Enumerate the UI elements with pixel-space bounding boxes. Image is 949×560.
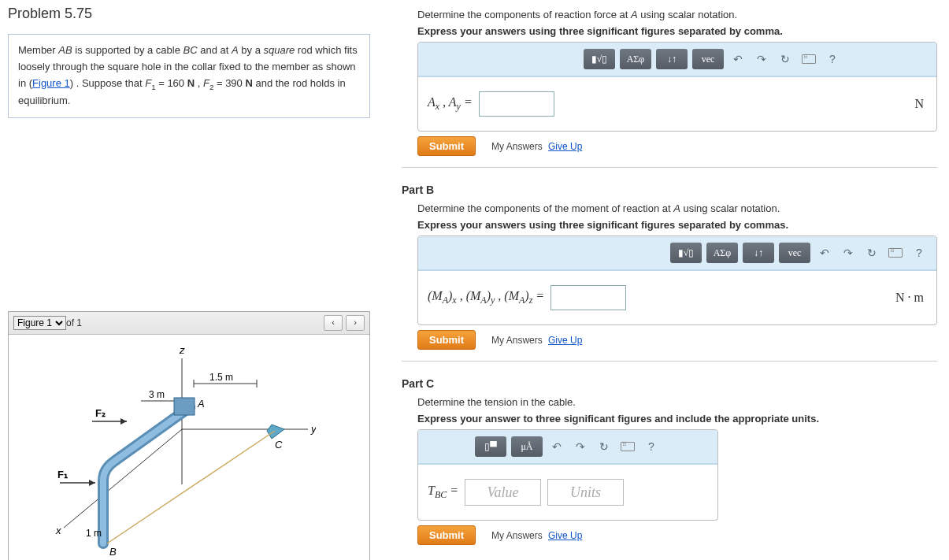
figure-body: z y x 1.5 m 3 m A C bbox=[9, 335, 369, 560]
svg-line-2 bbox=[64, 429, 182, 528]
redo-button[interactable]: ↷ bbox=[752, 50, 771, 68]
problem-title: Problem 5.75 bbox=[8, 6, 370, 22]
svg-rect-7 bbox=[174, 398, 195, 415]
tool-template-button[interactable]: ▯▀ bbox=[475, 436, 506, 457]
partA-answer-box: ▮√▯ ΑΣφ ↓↑ vec ↶ ↷ ↻ ? Ax , Ay = N bbox=[417, 42, 937, 132]
problem-statement: Member AB is supported by a cable BC and… bbox=[8, 34, 370, 118]
svg-marker-11 bbox=[89, 480, 95, 486]
t: and at bbox=[198, 44, 232, 56]
tool-units-button[interactable]: μÅ bbox=[511, 436, 543, 457]
figure-link[interactable]: Figure 1 bbox=[32, 77, 70, 89]
partB-input[interactable] bbox=[550, 285, 626, 310]
partB-answer-box: ▮√▯ ΑΣφ ↓↑ vec ↶ ↷ ↻ ? (MA)x , (MA)y , (… bbox=[417, 235, 937, 325]
partC-instr2: Express your answer to three significant… bbox=[417, 413, 937, 425]
reset-button[interactable]: ↻ bbox=[776, 50, 795, 68]
partC-value-input[interactable]: Value bbox=[465, 479, 541, 506]
help-button[interactable]: ? bbox=[823, 50, 842, 68]
keyboard-icon[interactable] bbox=[799, 50, 818, 68]
tool-vec-button[interactable]: vec bbox=[692, 49, 724, 69]
give-up-link[interactable]: Give Up bbox=[548, 141, 582, 152]
dim-1-5: 1.5 m bbox=[209, 372, 233, 383]
partC-toolbar: ▯▀ μÅ ↶ ↷ ↻ ? bbox=[418, 430, 717, 465]
force-f1: F₁ bbox=[57, 469, 68, 480]
undo-button[interactable]: ↶ bbox=[728, 50, 747, 68]
point-B: B bbox=[109, 546, 117, 558]
partC-lhs: TBC = bbox=[428, 484, 458, 501]
partB-submit-button[interactable]: Submit bbox=[417, 330, 476, 350]
figure-svg: z y x 1.5 m 3 m A C bbox=[17, 343, 316, 560]
var-a: A bbox=[232, 44, 239, 56]
undo-button[interactable]: ↶ bbox=[815, 244, 834, 261]
partB-toolbar: ▮√▯ ΑΣφ ↓↑ vec ↶ ↷ ↻ ? bbox=[418, 236, 936, 271]
var-ab: AB bbox=[58, 44, 72, 56]
var-bc: BC bbox=[183, 44, 198, 56]
partA-unit: N bbox=[914, 97, 924, 111]
redo-button[interactable]: ↷ bbox=[571, 438, 590, 455]
tool-greek-button[interactable]: ΑΣφ bbox=[620, 49, 651, 69]
unit: N bbox=[187, 77, 195, 89]
partA-lhs: Ax , Ay = bbox=[428, 95, 473, 113]
give-up-link[interactable]: Give Up bbox=[548, 335, 582, 346]
reset-button[interactable]: ↻ bbox=[862, 244, 881, 261]
figure-header: Figure 1 of 1 ‹ › bbox=[9, 312, 369, 335]
t-square: square bbox=[263, 44, 295, 56]
my-answers-link[interactable]: My Answers bbox=[491, 141, 543, 152]
figure-prev-button[interactable]: ‹ bbox=[324, 315, 343, 331]
var-f2: F bbox=[203, 77, 209, 89]
my-answers-link[interactable]: My Answers bbox=[491, 530, 543, 541]
axis-z: z bbox=[179, 344, 185, 356]
redo-button[interactable]: ↷ bbox=[839, 244, 858, 261]
undo-button[interactable]: ↶ bbox=[547, 438, 566, 455]
t: Member bbox=[18, 44, 58, 56]
partC-submit-button[interactable]: Submit bbox=[417, 525, 476, 545]
partC-instr1: Determine the tension in the cable. bbox=[417, 396, 937, 408]
figure-of-label: of 1 bbox=[66, 317, 82, 328]
partC-heading: Part C bbox=[402, 377, 937, 390]
t: is supported by a cable bbox=[72, 44, 183, 56]
partC-units-input[interactable]: Units bbox=[547, 479, 624, 506]
t: = 160 bbox=[156, 77, 187, 89]
partA-instr1: Determine the components of reaction for… bbox=[417, 9, 937, 20]
help-button[interactable]: ? bbox=[642, 438, 661, 455]
point-A: A bbox=[197, 398, 205, 410]
force-f2: F₂ bbox=[95, 407, 106, 419]
figure-next-button[interactable]: › bbox=[346, 315, 365, 331]
my-answers-link[interactable]: My Answers bbox=[491, 335, 543, 346]
partB-lhs: (MA)x , (MA)y , (MA)z = bbox=[428, 289, 544, 306]
svg-marker-8 bbox=[267, 425, 284, 439]
partA-submit-button[interactable]: Submit bbox=[417, 136, 476, 156]
figure-select[interactable]: Figure 1 bbox=[13, 316, 66, 330]
t: by a bbox=[239, 44, 264, 56]
keyboard-icon[interactable] bbox=[618, 438, 637, 455]
axis-y: y bbox=[310, 423, 316, 435]
point-C: C bbox=[275, 439, 283, 451]
figure-panel: Figure 1 of 1 ‹ › z y x 1.5 m 3 m bbox=[8, 311, 370, 560]
tool-greek-button[interactable]: ΑΣφ bbox=[706, 243, 738, 263]
reset-button[interactable]: ↻ bbox=[595, 438, 614, 455]
unit: N bbox=[245, 77, 252, 89]
partB-instr2: Express your answers using three signifi… bbox=[417, 219, 937, 231]
tool-template-button[interactable]: ▮√▯ bbox=[670, 243, 702, 263]
axis-x: x bbox=[55, 525, 61, 536]
partB-unit: N · m bbox=[895, 291, 924, 305]
dim-1: 1 m bbox=[86, 528, 102, 539]
partA-input[interactable] bbox=[479, 91, 554, 117]
t: ) . Suppose that bbox=[70, 77, 145, 89]
t: , bbox=[195, 77, 203, 89]
t: = 390 bbox=[213, 77, 245, 89]
help-button[interactable]: ? bbox=[910, 244, 929, 261]
svg-marker-13 bbox=[120, 418, 127, 425]
give-up-link[interactable]: Give Up bbox=[548, 530, 582, 541]
tool-template-button[interactable]: ▮√▯ bbox=[584, 49, 615, 69]
partA-toolbar: ▮√▯ ΑΣφ ↓↑ vec ↶ ↷ ↻ ? bbox=[418, 43, 936, 77]
dim-3: 3 m bbox=[149, 389, 165, 400]
tool-subscript-button[interactable]: ↓↑ bbox=[743, 243, 774, 263]
var-f1: F bbox=[145, 77, 151, 89]
partB-instr1: Determine the components of the moment o… bbox=[417, 202, 937, 214]
partC-answer-box: ▯▀ μÅ ↶ ↷ ↻ ? TBC = Value Units bbox=[417, 429, 718, 521]
tool-subscript-button[interactable]: ↓↑ bbox=[656, 49, 688, 69]
keyboard-icon[interactable] bbox=[886, 244, 905, 261]
partB-heading: Part B bbox=[402, 184, 937, 196]
partA-instr2: Express your answers using three signifi… bbox=[417, 25, 937, 37]
tool-vec-button[interactable]: vec bbox=[779, 243, 810, 263]
